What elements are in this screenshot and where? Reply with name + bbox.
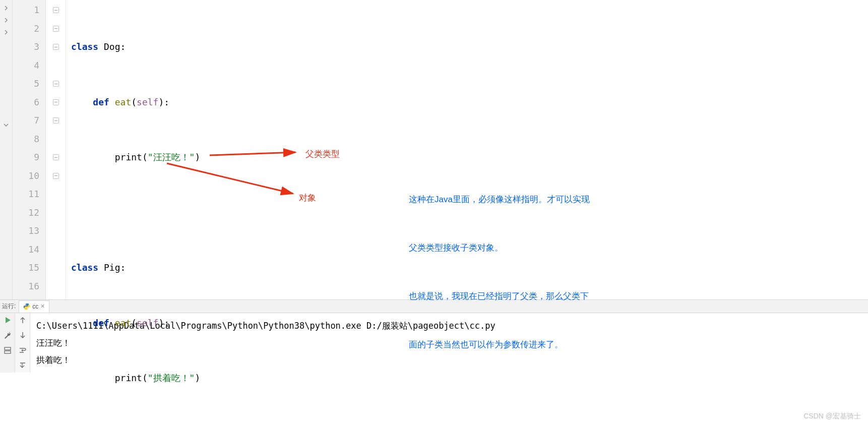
fold-toggle-icon[interactable] <box>53 26 59 32</box>
chevron-right-icon[interactable] <box>3 17 9 23</box>
wrench-icon[interactable] <box>4 331 12 339</box>
fold-gutter <box>46 0 66 299</box>
run-toolbar-secondary <box>15 313 30 373</box>
fold-toggle-icon[interactable] <box>53 154 59 160</box>
svg-rect-4 <box>5 347 11 350</box>
chevron-right-icon[interactable] <box>3 5 9 11</box>
left-tool-strip <box>0 0 13 299</box>
watermark: CSDN @宏基骑士 <box>803 412 861 421</box>
svg-point-3 <box>27 308 28 309</box>
python-icon <box>23 303 30 310</box>
arrow-up-icon[interactable] <box>19 316 27 324</box>
fold-toggle-icon[interactable] <box>53 81 59 87</box>
run-tab[interactable]: cc ✕ <box>19 300 49 313</box>
play-icon[interactable] <box>4 316 12 324</box>
layout-icon[interactable] <box>4 346 12 354</box>
run-label: 运行: <box>2 302 16 311</box>
scroll-to-end-icon[interactable] <box>19 361 27 370</box>
fold-toggle-icon[interactable] <box>53 44 59 50</box>
fold-toggle-icon[interactable] <box>53 99 59 105</box>
fold-toggle-icon[interactable] <box>53 7 59 13</box>
arrow-icon <box>167 162 298 198</box>
fold-toggle-icon[interactable] <box>53 117 59 124</box>
fold-toggle-icon[interactable] <box>53 173 59 179</box>
svg-line-1 <box>167 163 293 194</box>
chevron-right-icon[interactable] <box>3 29 9 35</box>
close-icon[interactable]: ✕ <box>40 303 45 310</box>
run-toolbar-primary <box>0 313 15 373</box>
code-editor[interactable]: class Dog: def eat(self): print("汪汪吃！") … <box>66 0 868 299</box>
editor-area: 1 2 3 4 5 6 7 8 9 10 11 12 13 14 15 16 c… <box>0 0 868 300</box>
soft-wrap-icon[interactable] <box>19 346 27 354</box>
chevron-down-icon[interactable] <box>3 122 9 128</box>
svg-point-2 <box>26 304 26 305</box>
line-number-gutter[interactable]: 1 2 3 4 5 6 7 8 9 10 11 12 13 14 15 16 <box>16 0 46 299</box>
svg-rect-5 <box>5 351 11 353</box>
arrow-down-icon[interactable] <box>19 331 27 339</box>
